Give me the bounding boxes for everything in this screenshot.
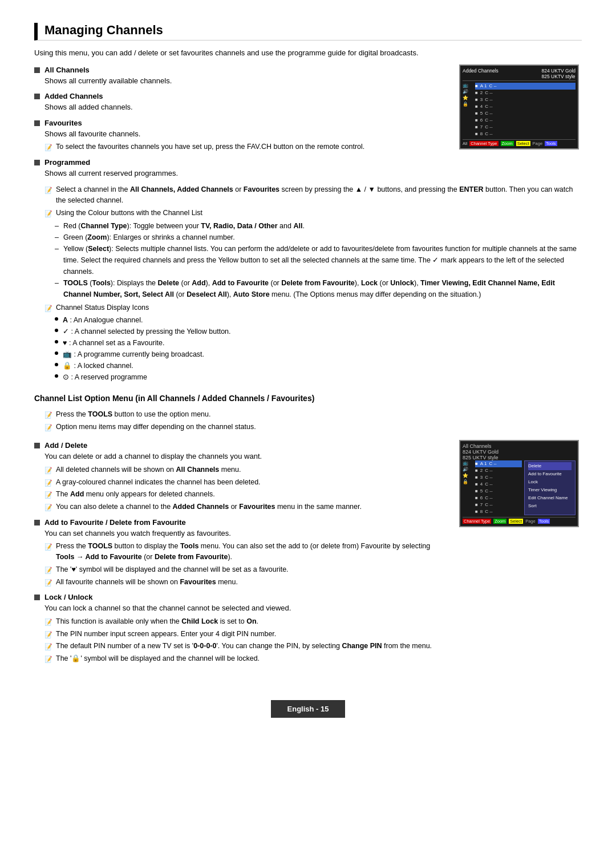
colour-btn-yellow: Yellow (Select): Selects multiple channe… bbox=[55, 243, 582, 277]
lock-unlock-body: You can lock a channel so that the chann… bbox=[44, 603, 448, 614]
add-delete-note-4: 📝 You can also delete a channel to the A… bbox=[44, 502, 448, 512]
note-icon: 📝 bbox=[44, 630, 52, 640]
tv2-top-right: 824 UKTV Gold 825 UKTV style bbox=[463, 449, 576, 460]
lock-note-3: 📝 The default PIN number of a new TV set… bbox=[44, 641, 448, 652]
page-footer: English - 15 bbox=[271, 700, 345, 718]
add-delete-note-3-text: The Add menu only appears for deleted ch… bbox=[56, 489, 215, 500]
tv-channel-row: ■8C -- bbox=[475, 131, 576, 138]
tv-channel-list-1: ■A 1C -- ■2C -- ■3C -- ■4C -- ■5C -- ■6C… bbox=[475, 83, 576, 138]
tv2-channel-row-highlighted: ■A 1C -- bbox=[475, 460, 522, 467]
icon-favourite-text: ♥ : A channel set as a Favourite. bbox=[63, 337, 164, 349]
lock-unlock-title: Lock / Unlock bbox=[44, 593, 93, 601]
all-channels-body: Shows all currently available channels. bbox=[44, 75, 448, 87]
footer-wrapper: English - 15 bbox=[34, 683, 582, 718]
note-select-channel: 📝 Select a channel in the All Channels, … bbox=[44, 184, 582, 206]
note-colour-buttons-text: Using the Colour buttons with the Channe… bbox=[56, 208, 202, 219]
tv2-channel-row: ■3C -- bbox=[475, 474, 522, 481]
add-delete-note-4-text: You can also delete a channel to the Add… bbox=[56, 502, 362, 512]
icon-analogue-text: A : An Analogue channel. bbox=[63, 314, 143, 326]
added-channels-section: Added Channels bbox=[34, 92, 448, 100]
add-favourite-note-3: 📝 All favourite channels will be shown o… bbox=[44, 577, 448, 588]
subsection-note-1-text: Press the TOOLS button to use the option… bbox=[56, 409, 210, 420]
tv2-top-left: All Channels bbox=[463, 443, 492, 449]
tv-channel-row: ■4C -- bbox=[475, 103, 576, 110]
lock-note-1: 📝 This function is available only when t… bbox=[44, 616, 448, 627]
tv2-icon-4: 🔒 bbox=[463, 479, 473, 484]
programmed-section: Programmed bbox=[34, 158, 448, 167]
icon-favourite: ♥ : A channel set as a Favourite. bbox=[55, 337, 582, 349]
tv2-channel-info-2: 825 UKTV style bbox=[463, 455, 576, 460]
tv2-channel-row: ■5C -- bbox=[475, 488, 522, 495]
lock-note-2: 📝 The PIN number input screen appears. E… bbox=[44, 629, 448, 640]
colour-btn-red-text: Red (Channel Type): Toggle between your … bbox=[63, 220, 305, 232]
tv-bottom-bar-1: All Channel Type Zoom Select Page Tools bbox=[463, 139, 576, 146]
note-select-channel-text: Select a channel in the All Channels, Ad… bbox=[56, 184, 582, 206]
dot-icon bbox=[55, 351, 58, 355]
bullet-icon bbox=[34, 520, 40, 525]
tv-screen-1: Added Channels 824 UKTV Gold 825 UKTV st… bbox=[459, 64, 579, 149]
note-icon: 📝 bbox=[44, 209, 52, 219]
tv-icon-3: ⭐ bbox=[463, 95, 473, 100]
icon-checkmark-text: ✓ : A channel selected by pressing the Y… bbox=[63, 326, 231, 337]
tv2-channel-row: ■4C -- bbox=[475, 481, 522, 488]
tv-channel-row: ■6C -- bbox=[475, 117, 576, 124]
icon-locked-text: 🔒 : A locked channel. bbox=[63, 360, 133, 371]
lock-note-2-text: The PIN number input screen appears. Ent… bbox=[56, 629, 276, 640]
tv2-channel-row: ■8C -- bbox=[475, 508, 522, 515]
icon-analogue: A : An Analogue channel. bbox=[55, 314, 582, 326]
subsection-title: Channel List Option Menu (in All Channel… bbox=[34, 393, 582, 405]
add-delete-note-1: 📝 All deleted channels will be shown on … bbox=[44, 464, 448, 475]
lock-note-4: 📝 The '🔒' symbol will be displayed and t… bbox=[44, 653, 448, 664]
colour-btn-tools: TOOLS (Tools): Displays the Delete (or A… bbox=[55, 277, 582, 300]
favourites-body: Shows all favourite channels. bbox=[44, 128, 448, 140]
add-favourite-note-2: 📝 The '♥' symbol will be displayed and t… bbox=[44, 564, 448, 575]
tv-screen-2-container: All Channels 824 UKTV Gold 825 UKTV styl… bbox=[459, 440, 582, 666]
colour-btn-green: Green (Zoom): Enlarges or shrinks a chan… bbox=[55, 232, 582, 243]
colour-btn-green-text: Green (Zoom): Enlarges or shrinks a chan… bbox=[63, 232, 235, 243]
lock-unlock-section: Lock / Unlock bbox=[34, 593, 448, 601]
tv2-popup-menu: Delete Add to Favourite Lock Timer Viewi… bbox=[524, 460, 576, 515]
tv-screen-1-topbar: Added Channels 824 UKTV Gold 825 UKTV st… bbox=[463, 68, 576, 81]
bullet-icon bbox=[34, 595, 40, 600]
channel-status-heading-text: Channel Status Display Icons bbox=[56, 302, 149, 313]
note-icon: 📝 bbox=[44, 304, 52, 313]
menu-item-add-favourite: Add to Favourite bbox=[528, 470, 572, 478]
icon-reserved: ⊙ : A reserved programme bbox=[55, 371, 582, 383]
tv2-channel-list: ■A 1C -- ■2C -- ■3C -- ■4C -- ■5C -- ■6C… bbox=[475, 460, 522, 515]
note-icon: 📝 bbox=[44, 503, 52, 512]
tv-top-right: 824 UKTV Gold 825 UKTV style bbox=[541, 68, 576, 79]
icon-broadcast-text: 📺 : A programme currently being broadcas… bbox=[63, 349, 204, 360]
favourites-note-text: To select the favourites channels you ha… bbox=[56, 142, 364, 152]
note-icon: 📝 bbox=[44, 578, 52, 588]
lock-note-1-text: This function is available only when the… bbox=[56, 616, 258, 627]
tv2-icon-2: 🔊 bbox=[463, 467, 473, 472]
bullet-icon bbox=[34, 443, 40, 448]
favourites-note: 📝 To select the favourites channels you … bbox=[44, 142, 448, 152]
add-favourite-body: You can set channels you watch frequentl… bbox=[44, 528, 448, 539]
add-delete-note-2: 📝 A gray-coloured channel indicates the … bbox=[44, 477, 448, 488]
note-icon: 📝 bbox=[44, 490, 52, 500]
bullet-icon bbox=[34, 120, 40, 126]
dot-icon bbox=[55, 329, 58, 332]
add-delete-section: Add / Delete bbox=[34, 441, 448, 450]
added-channels-body: Shows all added channels. bbox=[44, 102, 448, 113]
note-icon: 📝 bbox=[44, 143, 52, 152]
add-delete-body: You can delete or add a channel to displ… bbox=[44, 451, 448, 462]
note-colour-buttons: 📝 Using the Colour buttons with the Chan… bbox=[44, 208, 582, 219]
menu-item-edit-name: Edit Channel Name bbox=[528, 494, 572, 502]
dot-icon bbox=[55, 374, 58, 378]
menu-item-lock: Lock bbox=[528, 478, 572, 486]
icon-broadcast: 📺 : A programme currently being broadcas… bbox=[55, 349, 582, 360]
add-favourite-note-1: 📝 Press the TOOLS button to display the … bbox=[44, 541, 448, 563]
subsection-note-1: 📝 Press the TOOLS button to use the opti… bbox=[44, 409, 582, 420]
bullet-icon bbox=[34, 67, 40, 73]
add-favourite-section: Add to Favourite / Delete from Favourite bbox=[34, 518, 448, 527]
note-icon: 📝 bbox=[44, 466, 52, 475]
add-delete-note-2-text: A gray-coloured channel indicates the ch… bbox=[56, 477, 261, 488]
tv2-channel-row: ■7C -- bbox=[475, 502, 522, 508]
tv-icon-2: 🔊 bbox=[463, 89, 473, 94]
tv-sidebar: 📺 🔊 ⭐ 🔒 ■A 1C -- ■2C -- ■3C -- ■4C -- ■5… bbox=[463, 83, 576, 138]
programmed-body: Shows all current reserved programmes. bbox=[44, 168, 448, 179]
favourites-section: Favourites bbox=[34, 119, 448, 127]
dot-icon bbox=[55, 363, 58, 366]
